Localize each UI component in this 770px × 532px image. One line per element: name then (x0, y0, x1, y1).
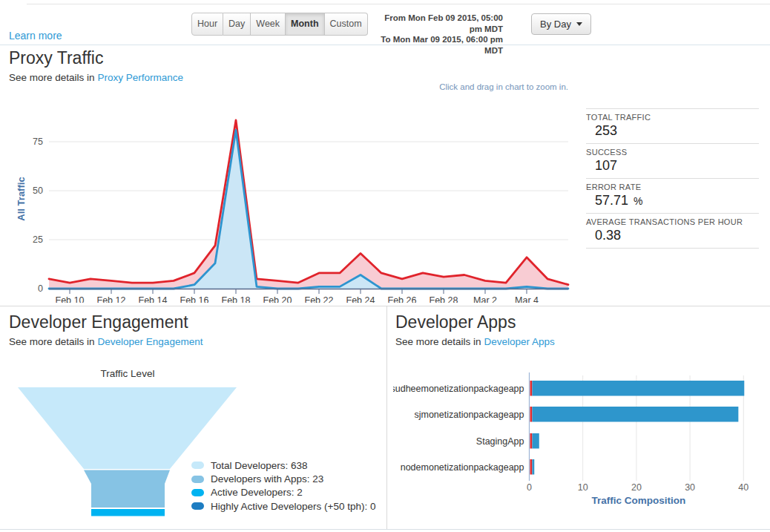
legend-item-developers-with-apps[interactable]: Developers with Apps: 23 (191, 472, 376, 485)
stat-label: ERROR RATE (586, 183, 759, 191)
granularity-dropdown[interactable]: By Day (531, 13, 591, 35)
stat-total-traffic: TOTAL TRAFFIC 253 (586, 109, 759, 144)
developer-engagement-subtitle: See more details inDeveloper Engagement (9, 336, 203, 347)
x-tick-label: 30 (685, 482, 695, 493)
funnel-title: Traffic Level (101, 368, 155, 379)
subtitle-text: See more details in (9, 336, 95, 347)
y-tick-label: 75 (33, 137, 43, 147)
proxy-traffic-chart[interactable]: 0255075All TrafficFeb 10Feb 12Feb 14Feb … (15, 104, 579, 303)
topbar-divider (0, 45, 770, 45)
x-tick-label: Feb 18 (222, 295, 251, 303)
legend-label: Developers with Apps: 23 (211, 473, 323, 485)
legend-label: Active Developers: 2 (211, 487, 303, 498)
developer-engagement-link[interactable]: Developer Engagement (98, 336, 203, 347)
legend-swatch (191, 502, 204, 510)
bottom-divider (0, 529, 770, 530)
stat-label: TOTAL TRAFFIC (586, 113, 759, 122)
stat-error-rate: ERROR RATE 57.71% (586, 179, 759, 214)
date-range-from: From Mon Feb 09 2015, 05:00 pm MDT (369, 13, 503, 34)
x-tick-label: 20 (631, 482, 642, 493)
bar-error-segment[interactable] (530, 407, 533, 422)
bottom-sections-divider (386, 306, 387, 529)
legend-swatch (191, 489, 204, 496)
x-tick-label: Feb 14 (139, 295, 168, 303)
learn-more-link[interactable]: Learn more (9, 30, 62, 42)
bar-category-label: sjmonetizationpackageapp (414, 410, 524, 420)
subtitle-text: See more details in (9, 72, 95, 83)
legend-label: Total Developers: 638 (211, 460, 308, 471)
bar-error-segment[interactable] (530, 381, 533, 396)
series-line-1[interactable] (49, 130, 568, 289)
x-tick-label: Feb 28 (430, 295, 458, 303)
x-tick-label: 40 (738, 482, 748, 493)
stat-success: SUCCESS 107 (586, 144, 759, 179)
bar-traffic-segment[interactable] (532, 433, 539, 449)
bar-traffic-segment[interactable] (532, 381, 744, 396)
date-range: From Mon Feb 09 2015, 05:00 pm MDT To Mo… (369, 13, 503, 56)
x-tick-label: 0 (527, 482, 532, 493)
x-tick-label: Mar 2 (473, 295, 497, 303)
chevron-down-icon (576, 22, 582, 26)
stat-value: 107 (586, 158, 759, 174)
bar-category-label: sudheemonetizationpackageapp (393, 384, 524, 394)
bar-category-label: nodemonetizationpackageapp (401, 462, 524, 473)
x-tick-label: Mar 4 (515, 295, 539, 303)
developer-apps-subtitle: See more details inDeveloper Apps (395, 336, 555, 347)
stat-label: AVERAGE TRANSACTIONS PER HOUR (586, 217, 759, 226)
developer-apps-chart[interactable]: 010203040sudheemonetizationpackageappsjm… (393, 370, 770, 518)
stat-value: 57.71% (586, 193, 759, 208)
x-tick-label: Feb 20 (263, 295, 292, 303)
time-range-button-group: Hour Day Week Month Custom (191, 13, 368, 36)
developer-apps-link[interactable]: Developer Apps (484, 336, 555, 347)
legend-swatch (191, 476, 204, 483)
legend-item-active-developers[interactable]: Active Developers: 2 (191, 486, 376, 499)
top-divider (27, 4, 770, 4)
developer-engagement-title: Developer Engagement (9, 312, 188, 332)
x-tick-label: Feb 22 (305, 295, 334, 303)
analytics-dashboard: { "topbar": { "learn_more": "Learn more"… (0, 0, 770, 532)
funnel-segment-active-developers[interactable] (91, 509, 165, 516)
y-tick-label: 50 (33, 185, 43, 196)
proxy-traffic-subtitle: See more details inProxy Performance (9, 72, 183, 83)
week-button[interactable]: Week (251, 13, 286, 36)
x-axis-title: Traffic Composition (592, 495, 686, 506)
developer-apps-title: Developer Apps (395, 312, 516, 332)
x-tick-label: Feb 16 (180, 295, 209, 303)
proxy-traffic-title: Proxy Traffic (9, 48, 103, 68)
y-tick-label: 25 (33, 234, 43, 245)
y-tick-label: 0 (38, 283, 43, 294)
funnel-segment-developers-with-apps[interactable] (84, 470, 170, 508)
legend-label: Highly Active Developers (+50 tph): 0 (211, 501, 376, 512)
legend-item-total-developers[interactable]: Total Developers: 638 (191, 459, 376, 472)
legend-item-highly-active-developers[interactable]: Highly Active Developers (+50 tph): 0 (191, 499, 376, 513)
custom-button[interactable]: Custom (325, 13, 368, 36)
traffic-stats-panel: TOTAL TRAFFIC 253 SUCCESS 107 ERROR RATE… (586, 108, 759, 249)
x-tick-label: Feb 10 (56, 295, 85, 303)
zoom-hint: Click and drag in chart to zoom in. (439, 82, 568, 91)
day-button[interactable]: Day (223, 13, 251, 36)
stat-value: 0.38 (586, 228, 759, 243)
granularity-label: By Day (540, 19, 571, 30)
bar-traffic-segment[interactable] (532, 407, 738, 422)
funnel-legend: Total Developers: 638 Developers with Ap… (191, 459, 376, 513)
stat-avg-tph: AVERAGE TRANSACTIONS PER HOUR 0.38 (586, 214, 759, 249)
month-button[interactable]: Month (286, 13, 324, 36)
bar-traffic-segment[interactable] (532, 459, 534, 475)
x-tick-label: Feb 12 (97, 295, 126, 303)
x-tick-label: Feb 24 (346, 295, 375, 303)
bar-error-segment[interactable] (530, 459, 533, 475)
hour-button[interactable]: Hour (191, 13, 223, 36)
proxy-performance-link[interactable]: Proxy Performance (98, 72, 184, 83)
series-line-0[interactable] (49, 120, 568, 285)
bar-error-segment[interactable] (530, 433, 533, 449)
funnel-segment-total-developers[interactable] (18, 387, 237, 469)
x-tick-label: 10 (578, 482, 588, 493)
stat-label: SUCCESS (586, 148, 759, 157)
series-area-1 (49, 130, 568, 289)
x-tick-label: Feb 26 (388, 295, 417, 303)
subtitle-text: See more details in (395, 336, 481, 347)
y-axis-title: All Traffic (16, 177, 27, 220)
series-area-0 (49, 120, 568, 289)
bar-category-label: StagingApp (476, 436, 524, 447)
stat-value: 253 (586, 123, 759, 139)
